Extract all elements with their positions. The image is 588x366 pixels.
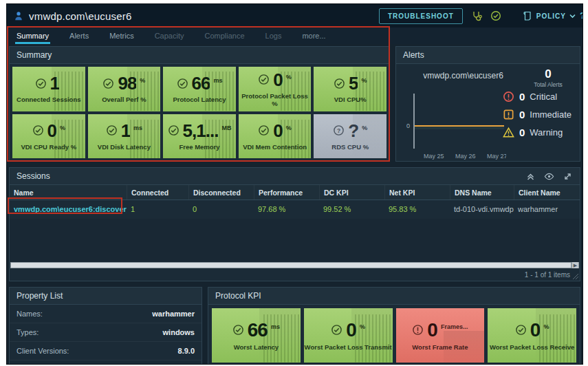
tile-unit: % bbox=[362, 125, 367, 131]
tile-unit: ms bbox=[213, 77, 222, 84]
legend-label: Immediate bbox=[530, 109, 571, 120]
cell-client-name: warhammer bbox=[514, 200, 580, 219]
svg-text:May 25: May 25 bbox=[424, 153, 444, 160]
stethoscope-icon[interactable] bbox=[471, 10, 482, 21]
tile-label: VDI Disk Latency bbox=[98, 143, 151, 151]
content-area: Summary 1 Connected Sessions 98 % Overal bbox=[7, 44, 582, 365]
table-empty-area bbox=[10, 219, 580, 262]
tab-alerts[interactable]: Alerts bbox=[68, 29, 90, 44]
collapse-icon[interactable] bbox=[525, 171, 536, 182]
tile-label: VDI CPU% bbox=[334, 96, 367, 103]
eye-icon[interactable] bbox=[544, 171, 554, 182]
tab-metrics[interactable]: Metrics bbox=[108, 29, 135, 44]
check-circle-icon[interactable] bbox=[490, 10, 501, 21]
check-icon bbox=[177, 78, 188, 89]
check-icon bbox=[168, 125, 179, 136]
property-label: Client Versions: bbox=[17, 347, 69, 355]
tile-free-memory[interactable]: 5,1... MB Free Memory bbox=[163, 114, 236, 159]
tile-label: Worst Latency bbox=[234, 343, 279, 351]
tile-value: 0 bbox=[47, 122, 56, 140]
summary-tiles: 1 Connected Sessions 98 % Overall Perf %… bbox=[10, 64, 389, 161]
scrollbar-thumb[interactable] bbox=[11, 263, 571, 268]
col-connected[interactable]: Connected bbox=[127, 185, 188, 200]
tile-vdi-disk-latency[interactable]: 1 ms VDI Disk Latency bbox=[88, 114, 161, 159]
tile-value: 5,1... bbox=[183, 122, 219, 140]
topbar-actions: TROUBLESHOOT POLICY bbox=[379, 8, 576, 24]
alerts-total: 0 Total Alerts bbox=[523, 68, 573, 88]
svg-text:0: 0 bbox=[406, 122, 410, 129]
svg-text:May 27: May 27 bbox=[487, 153, 506, 160]
tab-summary[interactable]: Summary bbox=[15, 29, 50, 44]
tab-compliance[interactable]: Compliance bbox=[203, 29, 246, 44]
warning-icon bbox=[503, 127, 514, 138]
scrollbar-right-arrow[interactable]: ▶ bbox=[572, 262, 578, 268]
alerts-subject: vmwdp.com\eucuser6 bbox=[403, 68, 523, 80]
summary-panel-header: Summary bbox=[10, 47, 389, 64]
protocol-kpi-title: Protocol KPI bbox=[215, 291, 261, 301]
expand-icon[interactable] bbox=[563, 171, 573, 182]
check-icon bbox=[258, 125, 270, 136]
troubleshoot-button[interactable]: TROUBLESHOOT bbox=[379, 8, 463, 24]
user-icon bbox=[14, 11, 23, 21]
cell-connected: 1 bbox=[127, 200, 188, 219]
tile-overall-perf[interactable]: 98 % Overall Perf % bbox=[88, 67, 161, 111]
tile-unit: % bbox=[60, 125, 65, 131]
legend-immediate: 0 Immediate bbox=[503, 109, 571, 120]
tile-value: 5 bbox=[349, 74, 358, 92]
col-dc-kpi[interactable]: DC KPI bbox=[319, 185, 384, 200]
session-table-row[interactable]: vmwdp.com\eucuser6:discovery-vdi 1 0 97.… bbox=[10, 200, 580, 219]
tile-value: 66 bbox=[248, 321, 268, 340]
property-list-header: Property List bbox=[10, 288, 202, 305]
property-row-ip-addresses: IP Addresses: 192.168.0.140 bbox=[10, 360, 202, 365]
tile-label: Worst Packet Loss Receive bbox=[490, 343, 574, 351]
col-client-name[interactable]: Client Name bbox=[514, 185, 580, 200]
tile-value: 0 bbox=[427, 321, 437, 340]
screenshot-page: vmwdp.com\eucuser6 TROUBLESHOOT POLICY bbox=[0, 0, 588, 366]
col-disconnected[interactable]: Disconnected bbox=[188, 185, 254, 200]
tile-label: Worst Packet Loss Transmit bbox=[305, 343, 392, 351]
tile-worst-packet-loss-receive[interactable]: 0 % Worst Packet Loss Receive bbox=[488, 308, 576, 363]
col-performance[interactable]: Performance bbox=[254, 185, 319, 200]
legend-label: Warning bbox=[530, 127, 563, 138]
svg-text:?: ? bbox=[337, 127, 340, 134]
legend-value: 0 bbox=[519, 127, 525, 138]
col-net-kpi[interactable]: Net KPI bbox=[384, 185, 450, 200]
check-icon bbox=[331, 324, 342, 336]
tile-protocol-packet-loss[interactable]: 0 % Protocol Packet Loss % bbox=[239, 67, 312, 111]
sessions-table-header: Name Connected Disconnected Performance … bbox=[10, 185, 580, 200]
tile-vdi-cpu[interactable]: 5 % VDI CPU% bbox=[314, 67, 386, 111]
tile-rds-cpu[interactable]: ? ? % RDS CPU % bbox=[314, 114, 386, 159]
cell-disconnected: 0 bbox=[188, 200, 254, 219]
tile-connected-sessions[interactable]: 1 Connected Sessions bbox=[12, 67, 85, 111]
tile-worst-latency[interactable]: 66 ms Worst Latency bbox=[212, 308, 301, 363]
sessions-panel: Sessions Name Connected Disconnected Per… bbox=[9, 167, 580, 281]
tile-worst-frame-rate[interactable]: 0 Frames... Worst Frame Rate bbox=[396, 308, 485, 363]
resize-handle[interactable] bbox=[573, 274, 578, 279]
svg-text:May 26: May 26 bbox=[455, 153, 476, 160]
tile-label: Overall Perf % bbox=[102, 96, 146, 103]
property-value: windows bbox=[163, 328, 195, 336]
check-icon bbox=[334, 78, 345, 89]
tile-worst-packet-loss-transmit[interactable]: 0 % Worst Packet Loss Transmit bbox=[304, 308, 393, 363]
tab-logs[interactable]: Logs bbox=[264, 29, 283, 44]
property-list-title: Property List bbox=[17, 291, 63, 301]
protocol-kpi-tiles: 66 ms Worst Latency 0 % Worst Packet Los… bbox=[208, 305, 580, 365]
property-label: Names: bbox=[17, 310, 43, 318]
tile-protocol-latency[interactable]: 66 ms Protocol Latency bbox=[163, 67, 236, 111]
session-name-link[interactable]: vmwdp.com\eucuser6:discovery-vdi bbox=[10, 200, 127, 219]
tab-more[interactable]: more... bbox=[301, 29, 327, 44]
tile-vdi-cpu-ready[interactable]: 0 % VDI CPU Ready % bbox=[12, 114, 85, 159]
exclamation-icon bbox=[412, 324, 424, 336]
tab-capacity[interactable]: Capacity bbox=[153, 29, 186, 44]
policy-dropdown[interactable]: POLICY bbox=[522, 10, 576, 21]
check-icon bbox=[102, 78, 114, 89]
col-dns-name[interactable]: DNS Name bbox=[450, 185, 514, 200]
property-value: 8.9.0 bbox=[178, 347, 195, 355]
help-icon[interactable]: ? bbox=[580, 10, 583, 21]
tile-vdi-mem-contention[interactable]: 0 % VDI Mem Contention bbox=[239, 114, 312, 159]
tile-value: 0 bbox=[273, 71, 282, 89]
alerts-body: vmwdp.com\eucuser6 0 Total Alerts 0 Ma bbox=[396, 64, 580, 162]
horizontal-scrollbar[interactable]: ▶ bbox=[10, 262, 579, 268]
col-name[interactable]: Name bbox=[10, 185, 127, 200]
tile-value: 1 bbox=[50, 74, 59, 92]
